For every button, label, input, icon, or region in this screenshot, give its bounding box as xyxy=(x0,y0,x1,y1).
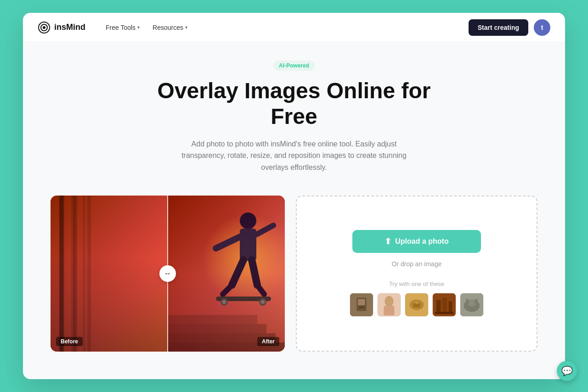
sample-thumb-1[interactable] xyxy=(350,293,373,317)
sample-label: Try with one of these xyxy=(389,280,444,287)
sample-thumb-3[interactable] xyxy=(405,293,429,317)
pillar-3 xyxy=(83,196,85,352)
hero-section: AI-Powered Overlay Images Online for Fre… xyxy=(51,61,537,173)
hero-description: Add photo to photo with insMind's free o… xyxy=(175,138,413,174)
logo[interactable]: insMind xyxy=(38,21,85,34)
ai-badge: AI-Powered xyxy=(273,61,315,71)
chevron-down-icon: ▾ xyxy=(185,25,187,30)
free-tools-menu[interactable]: Free Tools ▾ xyxy=(100,20,145,35)
svg-point-2 xyxy=(43,26,45,29)
svg-line-10 xyxy=(257,285,264,294)
svg-rect-26 xyxy=(415,301,418,304)
svg-rect-29 xyxy=(442,298,447,314)
chat-icon: 💬 xyxy=(561,365,573,376)
svg-rect-19 xyxy=(359,307,364,308)
svg-rect-30 xyxy=(449,301,452,313)
sample-section: Try with one of these xyxy=(350,280,484,317)
svg-line-5 xyxy=(216,237,240,248)
sample-thumb-2[interactable] xyxy=(377,293,401,317)
pillar-1 xyxy=(59,196,64,352)
stairs-area xyxy=(168,315,285,352)
before-label: Before xyxy=(56,337,83,346)
svg-rect-22 xyxy=(384,306,394,315)
upload-icon: ⬆ xyxy=(384,236,391,246)
hero-title-line1: Overlay Images Online for xyxy=(158,78,431,103)
sample-thumb-5[interactable] xyxy=(460,293,484,317)
resources-label: Resources xyxy=(153,24,183,31)
svg-point-21 xyxy=(384,296,393,307)
upload-photo-button[interactable]: ⬆ Upload a photo xyxy=(352,230,481,253)
svg-point-12 xyxy=(220,298,228,306)
navbar: insMind Free Tools ▾ Resources ▾ Start c… xyxy=(23,13,565,42)
sample-thumbnails xyxy=(350,293,484,317)
svg-point-13 xyxy=(222,300,226,304)
logo-icon xyxy=(38,21,51,34)
drop-text: Or drop an image xyxy=(392,260,442,268)
upload-box[interactable]: ⬆ Upload a photo Or drop an image Try wi… xyxy=(296,196,537,352)
user-avatar[interactable]: t xyxy=(534,19,550,36)
start-creating-button[interactable]: Start creating xyxy=(469,19,528,36)
svg-line-7 xyxy=(232,260,243,285)
svg-line-8 xyxy=(252,260,257,285)
pillar-2 xyxy=(71,196,75,352)
skater-figure xyxy=(198,205,280,329)
resources-menu[interactable]: Resources ▾ xyxy=(147,20,193,35)
nav-links: Free Tools ▾ Resources ▾ xyxy=(100,20,469,35)
main-content: AI-Powered Overlay Images Online for Fre… xyxy=(23,42,565,379)
free-tools-label: Free Tools xyxy=(106,24,136,31)
svg-line-6 xyxy=(256,225,273,235)
upload-button-label: Upload a photo xyxy=(395,237,448,246)
drag-handle[interactable]: ↔ xyxy=(159,265,176,282)
svg-point-15 xyxy=(261,300,265,304)
svg-point-14 xyxy=(259,298,266,306)
after-side xyxy=(168,196,285,352)
logo-text: insMind xyxy=(54,22,85,32)
nav-right: Start creating t xyxy=(469,19,550,36)
svg-rect-11 xyxy=(216,297,271,301)
svg-rect-18 xyxy=(358,299,365,305)
svg-rect-31 xyxy=(435,312,453,314)
sample-thumb-4[interactable] xyxy=(432,293,456,317)
hero-title: Overlay Images Online for Free xyxy=(51,78,537,129)
after-label: After xyxy=(257,337,279,346)
chevron-down-icon: ▾ xyxy=(137,25,140,30)
before-after-inner: ↔ Before After xyxy=(51,196,285,352)
svg-line-9 xyxy=(223,285,232,294)
demo-area: ↔ Before After ⬆ Upload a photo Or drop … xyxy=(51,196,537,352)
before-side xyxy=(51,196,168,352)
before-after-container: ↔ Before After xyxy=(51,196,285,352)
hero-title-line2: Free xyxy=(271,104,317,129)
drag-arrows-icon: ↔ xyxy=(164,269,171,278)
svg-rect-28 xyxy=(436,300,441,314)
chat-button[interactable]: 💬 xyxy=(557,361,577,381)
svg-point-3 xyxy=(240,213,256,229)
